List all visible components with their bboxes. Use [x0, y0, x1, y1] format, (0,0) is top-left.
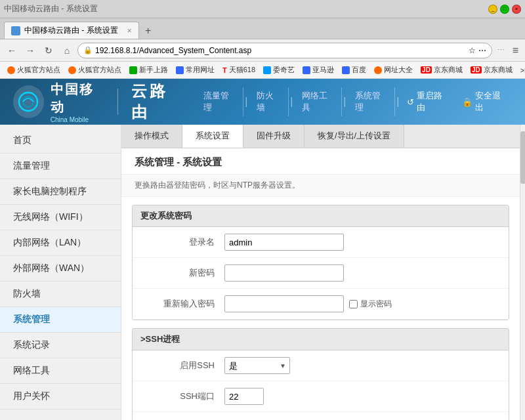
tab-firmware-upgrade[interactable]: 固件升级: [243, 125, 304, 148]
bookmark-iqiyi[interactable]: 委奇艺: [260, 64, 298, 76]
scrollbar-track: [520, 125, 525, 420]
bookmark-favicon: [374, 66, 382, 74]
scrollbar-thumb[interactable]: [520, 131, 525, 184]
header-nav-network-tools[interactable]: 网络工具: [294, 87, 342, 116]
svg-point-0: [19, 93, 37, 111]
router-ui: 中国移动 China Mobile 云路由 流量管理 | 防火墙 | 网络工具 …: [0, 79, 525, 420]
show-password-label[interactable]: 显示密码: [349, 299, 392, 310]
bookmark-label: 京东商城: [434, 65, 463, 75]
sidebar-item-parental[interactable]: 家长电脑控制程序: [0, 179, 121, 205]
login-name-label: 登录名: [146, 236, 224, 248]
sidebar-item-firewall[interactable]: 防火墙: [0, 282, 121, 307]
content-area: 首页 流量管理 家长电脑控制程序 无线网络（WIFI） 内部网络（LAN） 外部…: [0, 125, 525, 420]
bookmark-favicon: [129, 66, 137, 74]
login-name-input[interactable]: [224, 234, 344, 251]
ssh-port-control: [224, 388, 264, 405]
restart-icon: ↺: [407, 97, 414, 107]
bookmark-more[interactable]: >>: [517, 65, 525, 75]
bookmark-favicon: [342, 66, 350, 74]
minimize-button[interactable]: _: [488, 5, 497, 14]
bookmark-favicon: [68, 66, 76, 74]
tabs-bar: 操作模式 系统设置 固件升级 恢复/导出/上传设置: [121, 125, 520, 148]
show-password-checkbox[interactable]: [349, 300, 358, 308]
tab-restore-export[interactable]: 恢复/导出/上传设置: [304, 125, 404, 148]
bookmark-favicon: [303, 66, 310, 74]
ssh-enable-control: 是 否 ▼: [224, 357, 290, 374]
bookmark-label: 京东商城: [484, 65, 513, 75]
address-bar-icons: ☆ ⋯: [469, 46, 486, 55]
tab-favicon: [11, 26, 20, 35]
bookmark-jd1[interactable]: JD 京东商城: [417, 64, 466, 76]
back-button[interactable]: ←: [4, 43, 20, 58]
sidebar-item-system-log[interactable]: 系统记录: [0, 333, 121, 358]
new-password-control: [224, 264, 344, 282]
bookmark-tmall[interactable]: T 天猫618: [219, 64, 259, 76]
bookmark-favicon: [263, 66, 271, 74]
sidebar-item-home[interactable]: 首页: [0, 128, 121, 154]
new-password-input[interactable]: [224, 264, 344, 282]
tab-close-button[interactable]: ×: [127, 26, 132, 35]
browser-tab-bar: 中国移动云路由 - 系统设置 × +: [0, 18, 525, 39]
sidebar-item-traffic[interactable]: 流量管理: [0, 154, 121, 179]
maximize-button[interactable]: □: [500, 5, 509, 14]
tab-system-settings[interactable]: 系统设置: [182, 125, 243, 148]
header-navigation: 流量管理 | 防火墙 | 网络工具 | 系统管理 | ↺ 重启路由 🔒 安全退出: [196, 87, 512, 116]
header-nav-traffic[interactable]: 流量管理: [196, 87, 243, 116]
sidebar-item-lan[interactable]: 内部网络（LAN）: [0, 230, 121, 256]
sidebar-item-system-management[interactable]: 系统管理: [0, 307, 121, 333]
bookmark-jd2[interactable]: JD 京东商城: [467, 64, 516, 76]
sidebar-item-wan[interactable]: 外部网络（WAN）: [0, 256, 121, 282]
new-password-field: 新密码: [133, 258, 509, 289]
browser-tab[interactable]: 中国移动云路由 - 系统设置 ×: [4, 22, 139, 39]
ssh-section: >SSH进程 启用SSH 是 否 ▼ SSH端口: [132, 328, 509, 420]
company-name-cn: 中国移动: [51, 81, 104, 116]
logo-text-area: 中国移动 China Mobile: [51, 81, 104, 123]
title-bar: 中国移动云路由 - 系统设置 _ □ ×: [0, 0, 525, 18]
bookmark-label: 新手上路: [139, 65, 168, 75]
address-bar[interactable]: 🔒 ☆ ⋯: [77, 43, 492, 58]
close-button[interactable]: ×: [512, 5, 521, 14]
menu-icon[interactable]: ≡: [510, 45, 521, 56]
sidebar: 首页 流量管理 家长电脑控制程序 无线网络（WIFI） 内部网络（LAN） 外部…: [0, 125, 121, 420]
home-button[interactable]: ⌂: [59, 43, 75, 58]
tab-operation-mode[interactable]: 操作模式: [121, 125, 182, 148]
ssh-port-input[interactable]: [224, 388, 264, 405]
ssh-enable-label: 启用SSH: [146, 360, 224, 371]
address-input[interactable]: [95, 46, 466, 55]
sidebar-item-wifi[interactable]: 无线网络（WIFI）: [0, 205, 121, 230]
bookmark-wangzhi[interactable]: 网址大全: [371, 64, 416, 76]
more-bookmarks-label: >>: [520, 66, 525, 74]
logo-icon: [13, 85, 44, 118]
restart-router-button[interactable]: ↺ 重启路由: [400, 87, 454, 116]
ssh-select-wrapper: 是 否 ▼: [224, 357, 290, 374]
sidebar-item-user-care[interactable]: 用户关怀: [0, 384, 121, 410]
confirm-password-input[interactable]: [224, 295, 344, 312]
confirm-password-label: 重新输入密码: [146, 298, 224, 310]
bookmark-newuser[interactable]: 新手上路: [126, 64, 171, 76]
forward-button[interactable]: →: [22, 43, 38, 58]
bookmark-label: 网址大全: [384, 65, 413, 75]
reader-icon[interactable]: ⋯: [478, 46, 486, 55]
main-content: 操作模式 系统设置 固件升级 恢复/导出/上传设置 系统管理 - 系统设置 更换…: [121, 125, 520, 420]
ssh-enable-select[interactable]: 是 否: [224, 357, 290, 374]
page-title: 系统管理 - 系统设置: [121, 148, 520, 175]
header-nav-firewall[interactable]: 防火墙: [249, 87, 289, 116]
more-icon[interactable]: ⋯: [495, 46, 507, 54]
bookmark-baidu[interactable]: 百度: [339, 64, 369, 76]
bookmark-huohu1[interactable]: 火狐官方站点: [4, 64, 64, 76]
header-nav-system[interactable]: 系统管理: [347, 87, 395, 116]
show-password-text: 显示密码: [360, 299, 392, 310]
bookmark-huohu2[interactable]: 火狐官方站点: [65, 64, 125, 76]
bookmark-star-icon[interactable]: ☆: [469, 46, 476, 55]
sidebar-item-network-tools[interactable]: 网络工具: [0, 358, 121, 384]
bookmark-label: 火狐官方站点: [78, 65, 121, 75]
exit-label: 安全退出: [475, 90, 505, 114]
bookmark-favicon: [7, 66, 15, 74]
bookmark-urls[interactable]: 常用网址: [173, 64, 218, 76]
password-section: 更改系统密码 登录名 新密码 重新输入密码: [132, 205, 509, 320]
safe-exit-button[interactable]: 🔒 安全退出: [455, 87, 512, 116]
refresh-button[interactable]: ↻: [41, 43, 56, 58]
confirm-password-field: 重新输入密码 显示密码: [133, 289, 509, 320]
new-tab-button[interactable]: +: [142, 24, 155, 37]
bookmark-amazon[interactable]: 亚马逊: [299, 64, 337, 76]
